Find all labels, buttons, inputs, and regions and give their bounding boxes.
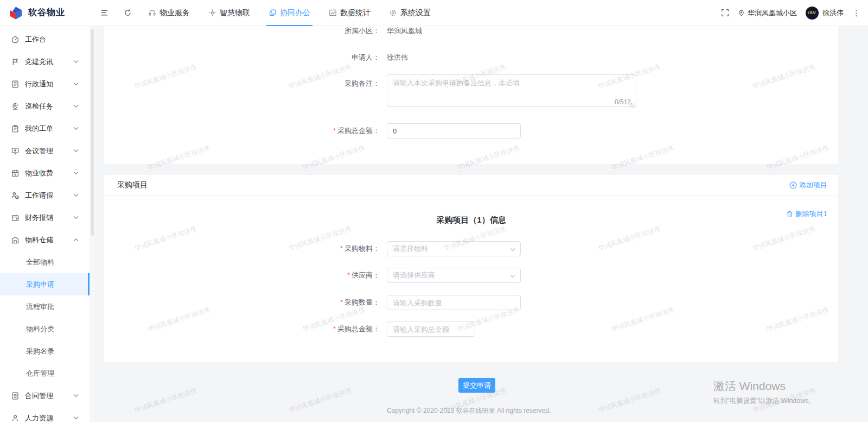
sidebar-item-material-storage[interactable]: 物料仓储 xyxy=(0,229,90,251)
required-mark: * xyxy=(340,244,343,253)
clipboard-icon xyxy=(11,124,20,133)
sidebar-item-label: 会议管理 xyxy=(25,146,53,156)
more-menu-icon[interactable]: ⋮ xyxy=(852,8,860,18)
remark-textarea[interactable] xyxy=(387,74,636,107)
chevron-down-icon xyxy=(73,416,79,420)
add-item-link[interactable]: 添加项目 xyxy=(789,180,827,190)
windows-activation-subtitle: 转到"电脑设置"以激活 Windows。 xyxy=(713,396,815,406)
chevron-down-icon xyxy=(73,82,79,86)
required-mark: * xyxy=(333,127,336,135)
sidebar-item-label: 工作请假 xyxy=(25,191,53,200)
monitor-icon xyxy=(11,147,20,155)
menu-fold-icon[interactable] xyxy=(100,9,108,17)
sidebar-subitem-all-materials[interactable]: 全部物料 xyxy=(0,251,90,273)
avatar: ISV xyxy=(806,7,819,20)
main-nav: 物业服务 智慧物联 协同办公 xyxy=(148,0,431,26)
applicant-value: 徐洪伟 xyxy=(387,53,408,62)
supplier-select[interactable]: 请选择供应商 xyxy=(387,268,521,283)
sidebar-item-label: 巡检任务 xyxy=(25,102,53,111)
location-pin-icon xyxy=(738,9,745,17)
required-mark: * xyxy=(347,271,350,279)
sidebar-item-contract-management[interactable]: 合同管理 xyxy=(0,385,90,407)
sidebar-item-label: 工作台 xyxy=(25,35,46,45)
chevron-up-icon xyxy=(73,238,79,242)
nav-item-label: 数据统计 xyxy=(340,8,371,18)
user-menu[interactable]: ISV 徐洪伟 xyxy=(806,7,844,20)
contract-icon xyxy=(11,392,20,400)
sidebar-scrollbar-thumb[interactable] xyxy=(91,29,94,236)
wallet-icon xyxy=(11,213,20,222)
nav-item-label: 系统设置 xyxy=(400,8,431,18)
sidebar-item-party-news[interactable]: 党建党讯 xyxy=(0,51,90,73)
sidebar-subitem-material-categories[interactable]: 物料分类 xyxy=(0,318,90,340)
sidebar-item-human-resources[interactable]: 人力资源 xyxy=(0,407,90,422)
sidebar-item-label: 财务报销 xyxy=(25,213,53,223)
nav-item-label: 协同办公 xyxy=(280,8,310,18)
nav-item-label: 智慧物联 xyxy=(220,8,250,18)
community-name: 华润凤凰城小区 xyxy=(748,8,797,18)
quantity-input[interactable] xyxy=(387,295,521,310)
nav-item-smart-iot[interactable]: 智慧物联 xyxy=(208,0,250,26)
applicant-row: 申请人： 徐洪伟 xyxy=(104,53,838,62)
submit-request-button[interactable]: 提交申请 xyxy=(458,378,495,393)
notice-doc-icon xyxy=(11,80,20,89)
sidebar-subitem-warehouse-management[interactable]: 仓库管理 xyxy=(0,362,90,385)
add-item-label: 添加项目 xyxy=(799,180,827,190)
sidebar-item-label: 我的工单 xyxy=(25,124,53,134)
item-amount-row: *采购总金额： xyxy=(104,322,838,337)
sidebar-item-admin-notice[interactable]: 行政通知 xyxy=(0,73,90,95)
sidebar-item-work-leave[interactable]: 工作请假 xyxy=(0,184,90,206)
chevron-down-icon xyxy=(73,394,79,398)
textarea-resize-handle[interactable] xyxy=(630,103,635,108)
dashboard-icon xyxy=(11,35,20,44)
nav-item-label: 物业服务 xyxy=(159,8,190,18)
remark-label: 采购备注： xyxy=(104,74,380,89)
sidebar-scrollbar[interactable] xyxy=(90,26,95,422)
sidebar-item-my-work-orders[interactable]: 我的工单 xyxy=(0,117,90,140)
chevron-down-icon xyxy=(73,193,79,197)
nav-item-property-service[interactable]: 物业服务 xyxy=(148,0,190,26)
nav-item-data-statistics[interactable]: 数据统计 xyxy=(329,0,371,26)
sidebar-subitem-label: 采购申请 xyxy=(26,280,54,289)
community-switcher[interactable]: 华润凤凰城小区 xyxy=(738,8,797,18)
chevron-down-icon xyxy=(73,104,79,108)
chart-icon xyxy=(329,9,337,17)
item-amount-label: *采购总金额： xyxy=(104,324,380,334)
total-amount-row: *采购总金额： xyxy=(104,123,838,138)
quantity-label: *采购数量： xyxy=(104,298,380,307)
top-header: 软谷物业 物业服务 xyxy=(0,0,868,26)
refresh-icon[interactable] xyxy=(124,9,132,17)
nav-item-collaborative-office[interactable]: 协同办公 xyxy=(269,0,310,26)
total-amount-input[interactable] xyxy=(387,123,521,138)
chevron-down-icon xyxy=(73,171,79,175)
collab-icon xyxy=(269,9,277,17)
sidebar-subitem-process-approval[interactable]: 流程审批 xyxy=(0,295,90,318)
purchase-request-basic-card: 所属小区： 华润凤凰城 申请人： 徐洪伟 采购备注： 0/512 *采购总金额： xyxy=(104,26,838,164)
location-pin-icon xyxy=(11,102,20,111)
sidebar-item-meeting-management[interactable]: 会议管理 xyxy=(0,140,90,162)
nav-item-system-settings[interactable]: 系统设置 xyxy=(389,0,431,26)
fullscreen-icon[interactable] xyxy=(721,9,729,17)
leave-icon xyxy=(11,191,20,200)
sidebar-item-inspection-tasks[interactable]: 巡检任务 xyxy=(0,95,90,117)
sidebar-item-property-fees[interactable]: 物业收费 xyxy=(0,162,90,184)
windows-activation-watermark: 激活 Windows 转到"电脑设置"以激活 Windows。 xyxy=(713,379,815,406)
chevron-down-icon xyxy=(73,149,79,153)
iot-icon xyxy=(208,9,216,17)
gear-icon xyxy=(389,9,397,17)
supplier-row: *供应商： 请选择供应商 xyxy=(104,268,838,283)
community-row: 所属小区： 华润凤凰城 xyxy=(104,26,838,36)
required-mark: * xyxy=(333,325,336,333)
sidebar-item-expense-reimbursement[interactable]: 财务报销 xyxy=(0,206,90,229)
windows-activation-title: 激活 Windows xyxy=(713,379,815,394)
remark-char-counter: 0/512 xyxy=(615,98,631,106)
sidebar-subitem-purchase-request[interactable]: 采购申请 xyxy=(0,273,90,295)
sidebar-subitem-label: 全部物料 xyxy=(26,257,54,267)
required-mark: * xyxy=(340,298,343,306)
item-amount-input[interactable] xyxy=(387,322,475,337)
sidebar-subitem-purchase-directory[interactable]: 采购名录 xyxy=(0,340,90,362)
logo-area[interactable]: 软谷物业 xyxy=(0,6,90,20)
sidebar-item-workbench[interactable]: 工作台 xyxy=(0,28,90,51)
sidebar-item-label: 人力资源 xyxy=(25,413,53,422)
material-select[interactable]: 请选择物料 xyxy=(387,241,521,256)
